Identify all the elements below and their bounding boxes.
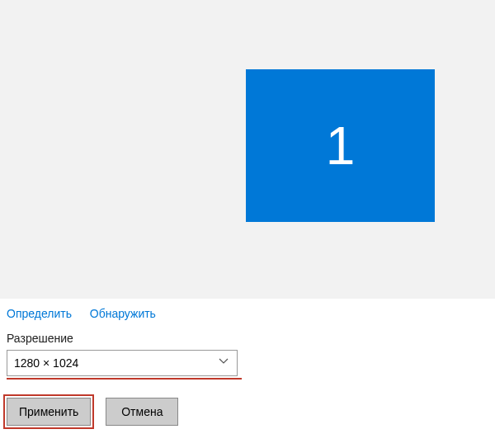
resolution-highlight-underline (7, 378, 242, 380)
monitor-tile-1[interactable]: 1 (246, 69, 435, 222)
resolution-dropdown-wrap: 1280 × 1024 (7, 350, 238, 376)
button-row: Применить Отмена (7, 398, 488, 426)
apply-button[interactable]: Применить (7, 398, 91, 426)
controls-panel: Определить Обнаружить Разрешение 1280 × … (0, 299, 495, 426)
display-action-links: Определить Обнаружить (7, 307, 488, 320)
resolution-label: Разрешение (7, 332, 488, 345)
cancel-button[interactable]: Отмена (106, 398, 178, 426)
resolution-value: 1280 × 1024 (14, 356, 78, 370)
display-preview-area: 1 (0, 0, 495, 299)
resolution-dropdown[interactable]: 1280 × 1024 (7, 350, 238, 376)
detect-link[interactable]: Обнаружить (90, 307, 156, 320)
identify-link[interactable]: Определить (7, 307, 72, 320)
monitor-number-label: 1 (326, 116, 356, 177)
